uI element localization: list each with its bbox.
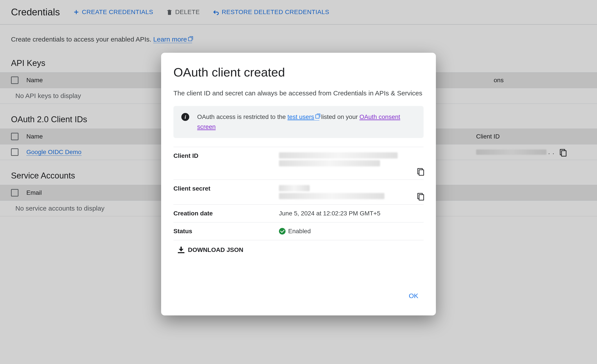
status-value: Enabled xyxy=(288,228,311,235)
ok-button[interactable]: OK xyxy=(404,289,424,303)
copy-icon[interactable] xyxy=(417,193,424,199)
status-row: Status Enabled xyxy=(173,222,424,240)
client-id-redacted xyxy=(279,160,380,166)
external-link-icon xyxy=(315,115,319,119)
client-secret-redacted xyxy=(279,185,310,191)
test-users-link[interactable]: test users xyxy=(288,113,319,120)
client-id-row: Client ID xyxy=(173,147,424,180)
modal-title: OAuth client created xyxy=(173,65,424,79)
download-json-button[interactable]: DOWNLOAD JSON xyxy=(173,240,424,253)
client-secret-row: Client secret xyxy=(173,180,424,205)
creation-date-value: June 5, 2024 at 12:02:23 PM GMT+5 xyxy=(279,210,424,217)
creation-date-row: Creation date June 5, 2024 at 12:02:23 P… xyxy=(173,205,424,222)
modal-subtext: The client ID and secret can always be a… xyxy=(173,88,424,98)
copy-icon[interactable] xyxy=(417,168,424,174)
info-box: i OAuth access is restricted to the test… xyxy=(173,106,424,138)
check-circle-icon xyxy=(279,228,285,235)
info-icon: i xyxy=(181,113,189,121)
oauth-created-modal: OAuth client created The client ID and s… xyxy=(161,53,436,316)
client-id-redacted xyxy=(279,152,398,158)
download-icon xyxy=(178,247,184,253)
client-secret-redacted xyxy=(279,193,385,199)
